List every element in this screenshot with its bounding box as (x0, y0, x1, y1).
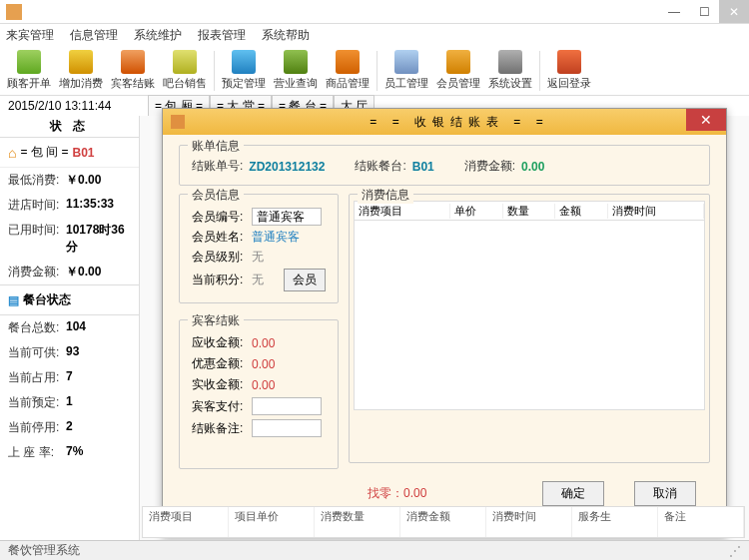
menu-bar: 来宾管理 信息管理 系统维护 报表管理 系统帮助 (0, 24, 749, 46)
row-total: 餐台总数:104 (0, 315, 139, 340)
window-titlebar: — ☐ ✕ (0, 0, 749, 24)
bar-icon (173, 50, 197, 74)
menu-guest[interactable]: 来宾管理 (6, 27, 54, 44)
row-enter-time: 进店时间:11:35:33 (0, 193, 139, 218)
row-occupancy: 上 座 率:7% (0, 440, 139, 465)
bill-table: B01 (412, 160, 434, 174)
toolbar: 顾客开单 增加消费 宾客结账 吧台销售 预定管理 营业查询 商品管理 员工管理 … (0, 46, 749, 96)
status-text: 餐饮管理系统 (8, 542, 80, 559)
dialog-titlebar[interactable]: = = 收银结账表 = = ✕ (163, 109, 726, 135)
table-icon: ▤ (8, 293, 19, 307)
row-amount: 消费金额:￥0.00 (0, 260, 139, 284)
close-button[interactable]: ✕ (719, 0, 749, 23)
due-amount: 0.00 (252, 336, 275, 350)
sidebar: 状 态 ⌂ = 包 间 = B01 最低消费:￥0.00 进店时间:11:35:… (0, 116, 140, 541)
menu-report[interactable]: 报表管理 (198, 27, 246, 44)
bill-no: ZD201312132 (249, 160, 325, 174)
menu-help[interactable]: 系统帮助 (262, 27, 310, 44)
ok-button[interactable]: 确定 (542, 481, 604, 506)
discount-amount: 0.00 (252, 357, 275, 371)
member-level: 无 (252, 249, 264, 266)
exit-icon (557, 50, 581, 74)
content-area: = = 收银结账表 = = ✕ 账单信息 结账单号:ZD201312132 结账… (140, 116, 749, 541)
member-info-group: 会员信息 会员编号:普通宾客 会员姓名:普通宾客 会员级别:无 当前积分:无会员 (179, 194, 339, 303)
consume-info-group: 消费信息 消费项目 单价 数量 金额 消费时间 (349, 194, 710, 463)
menu-info[interactable]: 信息管理 (70, 27, 118, 44)
minimize-button[interactable]: — (659, 0, 689, 23)
reserve-icon (232, 50, 256, 74)
row-disabled: 当前停用:2 (0, 415, 139, 440)
checkout-icon (121, 50, 145, 74)
cancel-button[interactable]: 取消 (634, 481, 696, 506)
consume-table-header: 消费项目 单价 数量 金额 消费时间 (354, 201, 705, 221)
staff-icon (394, 50, 418, 74)
menu-system[interactable]: 系统维护 (134, 27, 182, 44)
row-avail: 当前可供:93 (0, 340, 139, 365)
row-min-consume: 最低消费:￥0.00 (0, 168, 139, 193)
checkout-dialog: = = 收银结账表 = = ✕ 账单信息 结账单号:ZD201312132 结账… (162, 108, 727, 537)
gear-icon (498, 50, 522, 74)
tb-staff[interactable]: 员工管理 (381, 48, 431, 94)
row-reserved: 当前预定:1 (0, 390, 139, 415)
query-icon (284, 50, 308, 74)
tb-settings[interactable]: 系统设置 (485, 48, 535, 94)
room-number: B01 (73, 146, 95, 160)
change-value: 0.00 (403, 486, 426, 500)
sidebar-header: 状 态 (0, 116, 139, 138)
room-header: ⌂ = 包 间 = B01 (0, 138, 139, 168)
member-icon (446, 50, 470, 74)
home-icon: ⌂ (8, 145, 16, 161)
maximize-button[interactable]: ☐ (689, 0, 719, 23)
real-amount: 0.00 (252, 378, 275, 392)
bill-amount: 0.00 (521, 160, 544, 174)
app-icon (6, 4, 22, 20)
settle-group: 宾客结账 应收金额:0.00 优惠金额:0.00 实收金额:0.00 宾客支付:… (179, 319, 339, 469)
bottom-grid-header: 消费项目项目单价消费数量 消费金额消费时间服务生备注 (142, 506, 745, 538)
resize-grip[interactable]: ⋰ (729, 544, 741, 558)
tb-bar-sale[interactable]: 吧台销售 (160, 48, 210, 94)
goods-icon (336, 50, 360, 74)
tb-query[interactable]: 营业查询 (271, 48, 321, 94)
tb-add-consume[interactable]: 增加消费 (56, 48, 106, 94)
add-icon (69, 50, 93, 74)
tb-logout[interactable]: 返回登录 (544, 48, 594, 94)
dialog-title: = = 收银结账表 = = (193, 114, 726, 131)
note-input[interactable] (252, 419, 322, 437)
row-occupied: 当前占用:7 (0, 365, 139, 390)
timestamp: 2015/2/10 13:11:44 (8, 99, 148, 113)
member-id-input[interactable]: 普通宾客 (252, 208, 322, 226)
dialog-close-button[interactable]: ✕ (686, 109, 726, 131)
order-icon (17, 50, 41, 74)
payment-input[interactable] (252, 397, 322, 415)
tb-goods[interactable]: 商品管理 (323, 48, 373, 94)
table-state-header: ▤餐台状态 (0, 284, 139, 315)
tb-open-order[interactable]: 顾客开单 (4, 48, 54, 94)
member-points: 无 (252, 272, 264, 288)
tb-member[interactable]: 会员管理 (433, 48, 483, 94)
member-name: 普通宾客 (252, 229, 300, 246)
tb-reserve[interactable]: 预定管理 (219, 48, 269, 94)
tb-checkout[interactable]: 宾客结账 (108, 48, 158, 94)
bill-info-group: 账单信息 结账单号:ZD201312132 结账餐台:B01 消费金额:0.00 (179, 145, 710, 186)
row-used-time: 已用时间:10178时36分 (0, 218, 139, 260)
dialog-icon (171, 115, 185, 129)
status-bar: 餐饮管理系统 ⋰ (0, 540, 749, 560)
member-button[interactable]: 会员 (284, 269, 326, 291)
consume-table-body[interactable] (354, 221, 705, 410)
